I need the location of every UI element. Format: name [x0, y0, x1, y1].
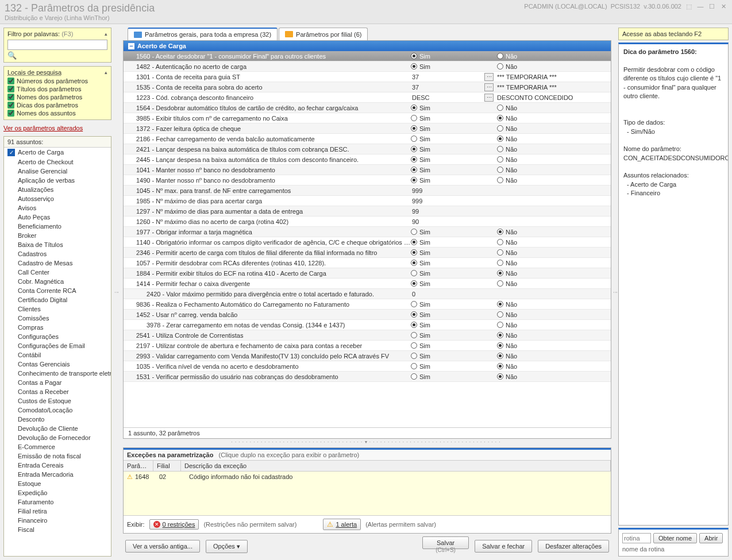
radio-nao[interactable] [497, 363, 503, 369]
radio-nao[interactable] [497, 353, 503, 359]
param-value-nao[interactable]: Não [497, 301, 583, 308]
param-text-value[interactable]: 999 [411, 187, 422, 194]
param-value-sim[interactable]: Sim [411, 229, 497, 235]
checkbox[interactable] [7, 110, 14, 117]
subject-item[interactable]: E-Commerce [4, 442, 111, 451]
picker-button[interactable]: ⋯ [484, 83, 494, 91]
param-value-sim[interactable]: Sim [411, 342, 497, 349]
param-text-value[interactable]: 0 [411, 291, 415, 298]
param-value-sim[interactable]: Sim [411, 322, 497, 329]
param-value-nao[interactable]: Não [497, 373, 583, 380]
radio-nao[interactable] [497, 53, 503, 59]
minimize-icon[interactable]: — [696, 2, 704, 10]
col-filial[interactable]: Filial [153, 461, 181, 471]
param-row[interactable]: 2445 - Lançar despesa na baixa automátic… [124, 155, 611, 165]
param-value-sim[interactable]: Sim [411, 249, 497, 256]
param-value-sim[interactable]: Sim [411, 363, 497, 370]
param-value-nao[interactable]: Não [497, 280, 583, 287]
param-value-nao[interactable]: Não [497, 156, 583, 163]
radio-nao[interactable] [497, 342, 503, 349]
subject-item[interactable]: Entrada Cereais [4, 461, 111, 470]
radio-sim[interactable] [411, 229, 417, 235]
param-value-sim[interactable]: Sim [411, 177, 497, 184]
param-row[interactable]: 1531 - Verificar permissão do usuário na… [124, 372, 611, 382]
param-value-sim[interactable]: Sim [411, 280, 497, 287]
param-value-sim[interactable]: 0 [411, 291, 497, 298]
radio-sim[interactable] [411, 249, 417, 256]
radio-nao[interactable] [497, 63, 503, 69]
param-value-sim[interactable]: Sim [411, 373, 497, 380]
exception-row[interactable]: ⚠ 1648 02 Código informado não foi cadas… [124, 472, 611, 482]
radio-nao[interactable] [497, 105, 503, 111]
radio-nao[interactable] [497, 156, 503, 163]
subject-item[interactable]: Estoque [4, 479, 111, 488]
radio-nao[interactable] [497, 280, 503, 287]
param-value-sim[interactable]: 37⋯ [411, 83, 497, 91]
subject-item[interactable]: Comissões [4, 314, 111, 323]
radio-nao[interactable] [497, 229, 503, 235]
col-desc[interactable]: Descrição da exceção [181, 461, 611, 471]
param-row[interactable]: 1223 - Cód. cobrança desconto financeiro… [124, 92, 611, 103]
horizontal-splitter[interactable]: · · · · · · · · · · · · · · · · · · · · … [121, 439, 611, 445]
param-value-nao[interactable]: Não [497, 136, 583, 142]
subject-item[interactable]: Contas Gerenciais [4, 360, 111, 369]
radio-sim[interactable] [411, 146, 417, 152]
param-value-sim[interactable]: DESC⋯ [411, 94, 497, 102]
subject-item[interactable]: Analise Gerencial [4, 167, 111, 176]
radio-sim[interactable] [411, 301, 417, 307]
radio-sim[interactable] [411, 136, 417, 142]
abrir-button[interactable]: Abrir [699, 533, 723, 543]
subject-item[interactable]: Baixa de Títulos [4, 240, 111, 249]
param-value-sim[interactable]: Sim [411, 53, 497, 60]
close-icon[interactable]: ✕ [719, 2, 727, 10]
param-row[interactable]: 1301 - Conta de receita para guia ST37⋯*… [124, 72, 611, 82]
param-value-sim[interactable]: Sim [411, 301, 497, 308]
param-text-value[interactable]: 99 [411, 208, 419, 215]
param-row[interactable]: 1535 - Conta de receita para sobra do ac… [124, 82, 611, 92]
param-value-sim[interactable]: 99 [411, 208, 497, 215]
param-row[interactable]: 2541 - Utiliza Controle de CorrentistasS… [124, 330, 611, 341]
search-icon[interactable]: 🔍 [7, 51, 17, 60]
radio-sim[interactable] [411, 363, 417, 369]
param-value-nao[interactable]: Não [497, 353, 583, 360]
radio-sim[interactable] [411, 105, 417, 111]
param-row[interactable]: 2420 - Valor máximo permitido para diver… [124, 289, 611, 299]
param-value-sim[interactable]: Sim [411, 146, 497, 153]
param-value-sim[interactable]: 90 [411, 218, 497, 225]
param-row[interactable]: 1564 - Desdobrar automático títulos de c… [124, 103, 611, 113]
undo-button[interactable]: Desfazer alterações [538, 540, 609, 553]
param-value-sim[interactable]: Sim [411, 63, 497, 70]
param-value-sim[interactable]: Sim [411, 125, 497, 132]
param-value-nao[interactable]: Não [497, 63, 583, 70]
param-value-nao[interactable]: Não [497, 53, 583, 60]
param-value-sim[interactable]: Sim [411, 353, 497, 360]
param-value-sim[interactable]: Sim [411, 115, 497, 122]
param-row[interactable]: 1414 - Permitir fechar o caixa divergent… [124, 279, 611, 289]
radio-sim[interactable] [411, 177, 417, 183]
param-row[interactable]: 9836 - Realiza o Fechamento Automático d… [124, 299, 611, 310]
param-row[interactable]: 2186 - Fechar carregamento de venda balc… [124, 134, 611, 144]
search-loc-item[interactable]: Nomes dos assuntos [7, 109, 107, 117]
tab[interactable]: Parâmetros gerais, para toda a empresa (… [128, 28, 278, 40]
radio-nao[interactable] [497, 177, 503, 183]
param-value-nao[interactable]: Não [497, 105, 583, 111]
param-value-nao[interactable]: *** TEMPORARIA *** [497, 84, 583, 91]
param-value-sim[interactable]: 37⋯ [411, 73, 497, 81]
param-value-sim[interactable]: 999 [411, 198, 497, 204]
subject-item[interactable]: Broker [4, 231, 111, 240]
checkbox[interactable] [7, 78, 14, 84]
radio-nao[interactable] [497, 239, 503, 245]
subject-item[interactable]: Configurações de Email [4, 341, 111, 350]
param-row[interactable]: 1297 - Nº máximo de dias para aumentar a… [124, 206, 611, 217]
search-loc-item[interactable]: Dicas dos parâmetros [7, 101, 107, 109]
param-value-nao[interactable]: Não [497, 249, 583, 256]
param-value-nao[interactable]: Não [497, 260, 583, 267]
radio-sim[interactable] [411, 167, 417, 173]
param-value-nao[interactable]: Não [497, 146, 583, 153]
radio-nao[interactable] [497, 167, 503, 173]
subjects-list[interactable]: ✓Acerto de CargaAcerto de CheckoutAnalis… [4, 148, 111, 556]
radio-nao[interactable] [497, 322, 503, 328]
subject-item[interactable]: Aplicação de verbas [4, 176, 111, 185]
subject-item[interactable]: Cadastros [4, 249, 111, 258]
subject-item[interactable]: Conta Corrente RCA [4, 286, 111, 295]
